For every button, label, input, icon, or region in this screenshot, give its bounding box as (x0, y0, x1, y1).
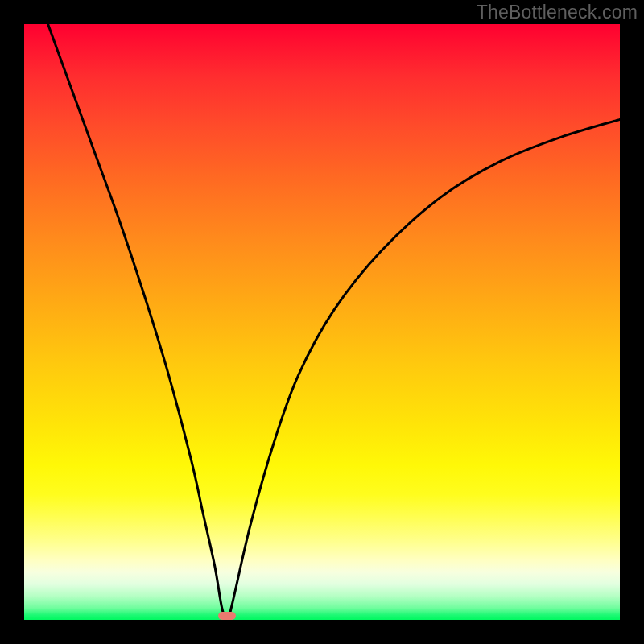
minimum-marker (218, 612, 236, 620)
bottleneck-curve (24, 24, 620, 620)
watermark-text: TheBottleneck.com (477, 2, 638, 23)
curve-path (48, 24, 620, 620)
plot-area (24, 24, 620, 620)
chart-frame: TheBottleneck.com (0, 0, 644, 644)
